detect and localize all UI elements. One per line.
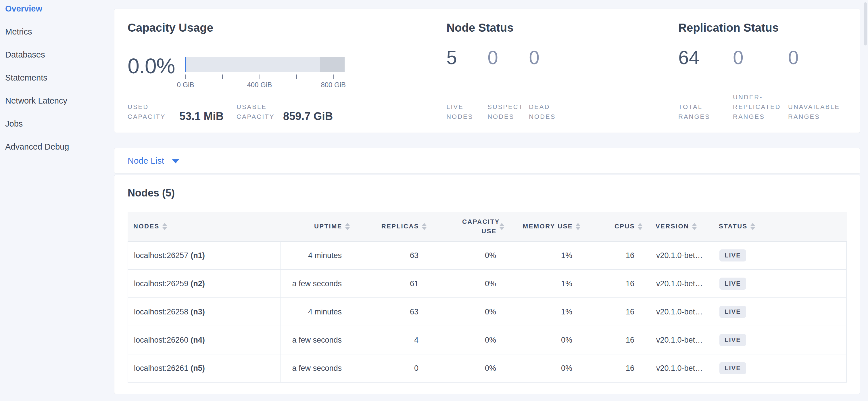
uptime-cell: 4 minutes: [281, 308, 350, 316]
gauge-tick: [333, 75, 334, 79]
usable-capacity-label: USABLE CAPACITY: [237, 102, 280, 122]
node-id: (n3): [191, 308, 205, 316]
unavailable-label: UNAVAILABLE RANGES: [788, 102, 857, 122]
sidebar-item-advanced-debug[interactable]: Advanced Debug: [5, 138, 108, 155]
col-header-nodes[interactable]: NODES: [128, 223, 280, 230]
col-header-status[interactable]: STATUS: [716, 223, 847, 230]
dead-nodes-label: DEAD NODES: [529, 102, 560, 122]
node-address-link[interactable]: localhost:26257: [134, 251, 188, 260]
used-capacity-value: 53.1 MiB: [179, 111, 230, 122]
sidebar-item-label: Metrics: [5, 27, 32, 36]
col-header-cpus[interactable]: CPUS: [580, 223, 642, 230]
col-header-uptime[interactable]: UPTIME: [280, 223, 350, 230]
capacity-use-cell: 0%: [427, 279, 505, 288]
table-row: localhost:26257(n1) 4 minutes 63 0% 1% 1…: [128, 241, 846, 270]
cpus-cell: 16: [581, 308, 643, 316]
node-id: (n1): [191, 251, 205, 260]
node-address-link[interactable]: localhost:26258: [134, 308, 188, 316]
node-id: (n4): [191, 336, 205, 345]
col-label: CPUS: [615, 223, 635, 230]
node-id: (n2): [191, 279, 205, 288]
col-header-capacity-use[interactable]: CAPACITY USE: [427, 217, 504, 236]
version-cell: v20.1.0-bet…: [643, 279, 717, 288]
capacity-use-cell: 0%: [427, 251, 505, 260]
cpus-cell: 16: [581, 279, 643, 288]
node-list-dropdown[interactable]: Node List: [128, 156, 179, 166]
col-label: UPTIME: [314, 223, 342, 230]
sort-icon: [345, 223, 350, 230]
cpus-cell: 16: [581, 336, 643, 345]
table-row: localhost:26259(n2) a few seconds 61 0% …: [128, 270, 846, 298]
node-address-link[interactable]: localhost:26259: [134, 279, 188, 288]
capacity-gauge-bar: [185, 57, 345, 72]
sidebar-item-jobs[interactable]: Jobs: [5, 115, 108, 132]
gauge-tick: [296, 75, 297, 79]
replicas-cell: 4: [350, 336, 427, 345]
sidebar-item-label: Advanced Debug: [5, 142, 69, 152]
capacity-use-cell: 0%: [427, 364, 505, 373]
status-badge: LIVE: [719, 250, 746, 261]
sort-icon: [422, 223, 427, 230]
node-list-bar: Node List: [114, 148, 860, 174]
sidebar-item-label: Statements: [5, 73, 48, 83]
node-address-link[interactable]: localhost:26261: [134, 364, 188, 373]
capacity-values-row: USED CAPACITY 53.1 MiB USABLE CAPACITY 8…: [128, 102, 446, 122]
sidebar-item-statements[interactable]: Statements: [5, 69, 108, 86]
capacity-gauge: 0 GiB 400 GiB 800 GiB: [185, 57, 345, 72]
col-header-replicas[interactable]: REPLICAS: [350, 223, 427, 230]
sidebar-item-network-latency[interactable]: Network Latency: [5, 92, 108, 109]
sort-icon: [499, 223, 504, 230]
uptime-cell: 4 minutes: [281, 251, 350, 260]
status-badge: LIVE: [719, 362, 746, 374]
capacity-metric-row: 0.0% 0 GiB 400 GiB 800 GiB: [128, 48, 446, 76]
sidebar-item-overview[interactable]: Overview: [5, 0, 108, 17]
memory-use-cell: 1%: [505, 308, 581, 316]
sort-icon: [576, 223, 580, 230]
gauge-tick: [222, 75, 223, 79]
status-badge: LIVE: [719, 278, 746, 290]
under-replicated-label: UNDER-REPLICATED RANGES: [733, 92, 792, 122]
node-address-link[interactable]: localhost:26260: [134, 336, 188, 345]
capacity-use-cell: 0%: [427, 336, 505, 345]
replicas-cell: 61: [350, 279, 427, 288]
node-list-dropdown-label: Node List: [128, 156, 164, 166]
cluster-summary-card: Capacity Usage 0.0% 0 GiB 400 GiB 800 Gi…: [114, 9, 860, 133]
scrollbar-thumb[interactable]: [864, 2, 867, 46]
uptime-cell: a few seconds: [281, 336, 350, 345]
suspect-nodes-count: 0: [488, 48, 529, 67]
cpus-cell: 16: [581, 364, 643, 373]
suspect-nodes-label: SUSPECT NODES: [488, 102, 526, 122]
node-status-labels: LIVE NODES SUSPECT NODES DEAD NODES: [446, 102, 678, 122]
sidebar-item-databases[interactable]: Databases: [5, 46, 108, 63]
node-status-values: 5 0 0: [446, 48, 678, 67]
live-nodes-count: 5: [446, 48, 488, 67]
nodes-heading: Nodes (5): [128, 187, 847, 199]
gauge-tick-label: 400 GiB: [247, 81, 272, 89]
gauge-tick-label: 800 GiB: [321, 81, 346, 89]
uptime-cell: a few seconds: [281, 279, 350, 288]
nodes-table-body: localhost:26257(n1) 4 minutes 63 0% 1% 1…: [128, 241, 847, 382]
col-header-memory-use[interactable]: MEMORY USE: [504, 223, 580, 230]
live-nodes-label: LIVE NODES: [446, 102, 478, 122]
sidebar-item-label: Network Latency: [5, 96, 67, 106]
capacity-use-cell: 0%: [427, 308, 505, 316]
gauge-tick: [185, 75, 186, 79]
memory-use-cell: 1%: [505, 251, 581, 260]
nodes-table-header: NODES UPTIME REPLICAS CAPACITY USE MEMOR…: [128, 212, 847, 241]
gauge-tick: [259, 75, 260, 79]
replication-status-section: Replication Status 64 0 0 TOTAL RANGES U…: [678, 9, 860, 133]
replicas-cell: 0: [350, 364, 427, 373]
col-label: VERSION: [656, 223, 689, 230]
version-cell: v20.1.0-bet…: [643, 251, 717, 260]
memory-use-cell: 1%: [505, 279, 581, 288]
sidebar-item-metrics[interactable]: Metrics: [5, 23, 108, 40]
unavailable-count: 0: [788, 48, 860, 67]
total-ranges-label: TOTAL RANGES: [678, 102, 712, 122]
uptime-cell: a few seconds: [281, 364, 350, 373]
memory-use-cell: 0%: [505, 336, 581, 345]
sidebar-item-label: Jobs: [5, 119, 23, 128]
col-label: CAPACITY USE: [462, 217, 497, 236]
col-header-version[interactable]: VERSION: [642, 223, 716, 230]
table-row: localhost:26258(n3) 4 minutes 63 0% 1% 1…: [128, 298, 846, 326]
node-id: (n5): [191, 364, 205, 373]
